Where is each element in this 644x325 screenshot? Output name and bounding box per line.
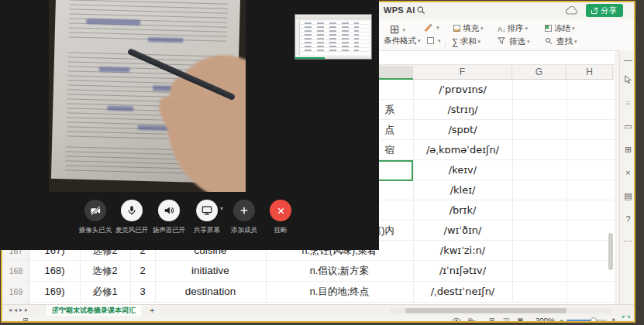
cell-index[interactable]: 169) xyxy=(29,282,80,302)
share-button[interactable]: 分享 xyxy=(586,4,623,17)
column-header-h[interactable]: H xyxy=(567,66,613,80)
table-icon: ⊞ xyxy=(390,22,400,36)
screen-share-preview-window[interactable] xyxy=(294,14,372,60)
zoom-slider[interactable] xyxy=(567,320,607,322)
fill-button[interactable]: 填充 xyxy=(453,23,484,34)
border-icon xyxy=(427,37,434,44)
filter-button[interactable]: 筛选 xyxy=(498,36,529,47)
share-screen-options-chevron-icon[interactable]: ▾ xyxy=(220,205,223,212)
row-number[interactable]: 169 xyxy=(2,282,29,302)
speaker-icon xyxy=(164,205,174,216)
freeze-button[interactable]: 冻结 xyxy=(545,23,575,34)
cell-word[interactable]: initiative xyxy=(155,261,266,281)
comment-icon[interactable]: ▭ xyxy=(620,121,635,132)
settings-sliders-icon[interactable]: ≡ xyxy=(620,98,635,108)
mic-icon xyxy=(126,205,137,216)
row-number[interactable]: 168 xyxy=(2,261,29,281)
horizontal-scrollbar-thumb[interactable] xyxy=(405,308,567,313)
conditional-format-button[interactable]: 条件格式 xyxy=(384,36,421,46)
zoom-slider-knob[interactable] xyxy=(591,317,597,323)
horizontal-scrollbar-track[interactable] xyxy=(390,308,611,313)
column-header-f[interactable]: F xyxy=(413,66,512,80)
sort-label: 排序 xyxy=(508,23,524,32)
cell-word[interactable]: destination xyxy=(155,282,266,302)
add-sheet-button[interactable]: + xyxy=(150,306,154,315)
add-member-button[interactable] xyxy=(233,200,255,221)
sheet-stats-icon[interactable]: ⊞ xyxy=(22,316,29,323)
preview-sheet-tab xyxy=(295,57,325,59)
cell-book[interactable]: 必修1 xyxy=(80,282,130,302)
more-icon[interactable]: ⋯ xyxy=(620,236,635,246)
cell-phonetic[interactable]: /spɒt/ xyxy=(413,120,512,140)
selection-target-icon[interactable]: ⊕▾ xyxy=(467,316,476,323)
help-icon[interactable]: ? xyxy=(620,214,635,224)
zoom-out-button[interactable]: − xyxy=(560,316,563,323)
cell-unit[interactable]: 2 xyxy=(130,261,155,281)
mic-toggle-button[interactable] xyxy=(121,200,143,221)
find-label: 查找 xyxy=(556,36,573,46)
sheet-nav-arrows[interactable]: ◂◂▸▸ xyxy=(9,306,30,313)
zoom-dropdown-icon[interactable]: ▾ xyxy=(553,316,555,323)
wps-ai-button[interactable]: WPS AI xyxy=(384,5,415,15)
zoom-level[interactable]: 200% xyxy=(536,316,554,323)
view-layout-icon[interactable]: ▣ xyxy=(517,316,524,323)
cell-phonetic[interactable]: /strɪŋ/ xyxy=(413,100,512,120)
fullscreen-icon[interactable] xyxy=(622,316,630,323)
cell-index[interactable]: 168) xyxy=(29,261,80,281)
fill-icon xyxy=(453,25,460,32)
filter-label: 筛选 xyxy=(509,36,525,46)
cloud-sync-icon[interactable] xyxy=(566,5,578,15)
column-header-g[interactable]: G xyxy=(512,66,567,80)
sheet-tab[interactable]: 济宁期末试卷摘录课本词汇 xyxy=(46,305,141,316)
cell-book[interactable]: 选修2 xyxy=(80,261,130,281)
status-bar: ⊞ ⊕▾ ⊞ ◫ ▣ 200% ▾ − + xyxy=(2,316,634,323)
table-row[interactable]: 168 168) 选修2 2 initiative n.倡议;新方案 /ɪˈnɪ… xyxy=(2,261,615,282)
fill-label: 填充 xyxy=(463,23,479,32)
speaker-toggle-button[interactable] xyxy=(158,200,180,221)
preview-row-gutter xyxy=(295,21,300,55)
view-normal-icon[interactable]: ⊞ xyxy=(489,316,495,323)
share-screen-button[interactable] xyxy=(196,200,218,221)
cell-phonetic[interactable]: /ɪˈnɪʃətɪv/ xyxy=(413,261,512,281)
zoom-slider-fill xyxy=(567,320,593,322)
cell-phonetic[interactable]: /brɪk/ xyxy=(413,200,512,221)
table-style-button[interactable]: ⊞ xyxy=(390,22,405,36)
sum-button[interactable]: ∑求和 xyxy=(452,36,480,47)
find-icon xyxy=(545,37,553,45)
workspace-icon[interactable]: ▤ xyxy=(620,191,635,201)
cell-phonetic[interactable]: /wɪˈðɪn/ xyxy=(413,221,512,241)
cell-unit[interactable]: 3 xyxy=(130,282,155,302)
cell-phonetic[interactable]: /əˌkɒməˈdeɪʃn/ xyxy=(413,140,512,160)
screenshot-stage: WPS AI 分享 ⊞ 条件格式 填充 A↓排序 冻结 ∑求和 xyxy=(0,0,644,325)
cell-phonetic[interactable]: /ˌdestɪˈneɪʃn/ xyxy=(413,282,512,302)
collapse-toolbar-icon[interactable]: — xyxy=(620,55,635,64)
sum-label: 求和 xyxy=(460,36,477,46)
camera-toggle-button[interactable] xyxy=(84,200,106,221)
table-row[interactable]: 169 169) 必修1 3 destination n.目的地;终点 /ˌde… xyxy=(2,282,615,303)
tools-icon[interactable]: × xyxy=(620,168,635,177)
calculator-icon[interactable]: ⊞ xyxy=(620,145,635,155)
brush-icon xyxy=(423,22,432,32)
border-button[interactable] xyxy=(427,36,441,45)
eye-icon[interactable] xyxy=(452,316,461,323)
cursor-select-icon[interactable] xyxy=(620,75,635,84)
cell-phonetic[interactable]: /kleɪ/ xyxy=(413,180,512,200)
freeze-panes-icon xyxy=(545,25,552,32)
cell-phonetic[interactable]: /keɪv/ xyxy=(413,160,512,180)
funnel-icon xyxy=(498,37,505,45)
cell-phonetic[interactable]: /kwɪˈzi:n/ xyxy=(413,241,512,261)
vertical-scrollbar-thumb[interactable] xyxy=(608,233,613,270)
zoom-in-button[interactable]: + xyxy=(611,316,615,323)
hang-up-button[interactable] xyxy=(270,200,291,221)
cell-meaning[interactable]: n.目的地;终点 xyxy=(266,282,413,302)
sort-button[interactable]: A↓排序 xyxy=(498,23,528,34)
video-meeting-overlay: ▾ 摄像头已关 麦克风已开 扬声器已开 共享屏幕 添加成员 挂断 xyxy=(0,0,379,250)
search-icon[interactable] xyxy=(416,5,426,15)
cell-phonetic[interactable]: /ˈprɒvɪns/ xyxy=(413,80,512,100)
freeze-label: 冻结 xyxy=(554,23,570,32)
view-pagebreak-icon[interactable]: ◫ xyxy=(503,316,510,323)
format-painter-button[interactable] xyxy=(423,22,439,32)
cell-meaning[interactable]: n.倡议;新方案 xyxy=(266,261,413,281)
find-button[interactable]: 查找 xyxy=(545,36,577,47)
screen-share-icon xyxy=(201,205,212,216)
